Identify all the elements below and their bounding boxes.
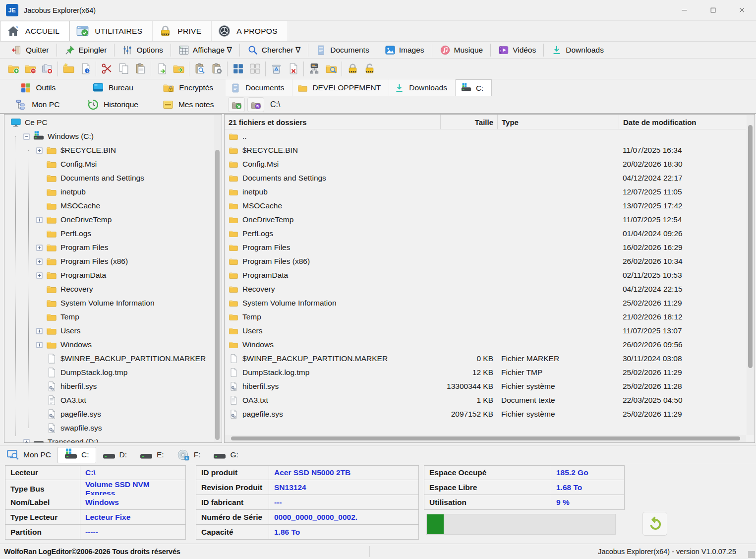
- file-row-program-files-x86[interactable]: Program Files (x86)26/02/2026 10:34: [225, 254, 746, 268]
- folder-plus-button[interactable]: [5, 61, 22, 77]
- file-row-temp[interactable]: Temp21/02/2026 18:12: [225, 310, 746, 324]
- file-row-winre-backup-partition-marker[interactable]: $WINRE_BACKUP_PARTITION.MARKER0 KBFichie…: [225, 352, 746, 366]
- view-tab-c[interactable]: C:: [456, 79, 492, 96]
- documents-button[interactable]: Documents: [309, 43, 375, 58]
- tree-item-users[interactable]: Users: [4, 324, 214, 338]
- ribbon-tab-prive[interactable]: PRIVE: [153, 21, 212, 41]
- refresh-button[interactable]: [642, 512, 667, 536]
- tree-item-windows[interactable]: Windows: [4, 338, 214, 352]
- tree-expander-plus[interactable]: [36, 147, 43, 154]
- clipboard-search-button[interactable]: [191, 61, 208, 77]
- drive-button-d[interactable]: D:: [96, 447, 134, 463]
- tree-item-inetpub[interactable]: inetpub: [4, 185, 214, 199]
- file-row-windows[interactable]: Windows26/02/2026 09:56: [225, 338, 746, 352]
- grid-blue-button[interactable]: [230, 61, 246, 77]
- ribbon-tab-utilitaires[interactable]: UTILITAIRES: [70, 21, 153, 41]
- tree-expander-plus[interactable]: [36, 245, 43, 251]
- encrypt-s-button[interactable]: Encryptés: [150, 79, 226, 96]
- file-row-documents-and-settings[interactable]: Documents and Settings04/12/2024 22:17: [225, 171, 746, 185]
- mes-notes-button[interactable]: Mes notes: [150, 96, 226, 113]
- file-row-pagefile-sys[interactable]: pagefile.sys2097152 KBFichier système25/…: [225, 407, 746, 421]
- file-row-perflogs[interactable]: PerfLogs01/04/2024 09:26: [225, 227, 746, 241]
- list-vertical-thumb[interactable]: [748, 125, 753, 368]
- options-button[interactable]: Options: [116, 43, 169, 58]
- column-header-size[interactable]: Taille: [440, 115, 497, 129]
- tree-item-program-files[interactable]: Program Files: [4, 241, 214, 254]
- lock-open-button[interactable]: [361, 61, 378, 77]
- list-horizontal-thumb[interactable]: [231, 436, 740, 440]
- tree-expander-plus[interactable]: [36, 328, 43, 334]
- file-row-system-volume-information[interactable]: System Volume Information25/02/2026 11:2…: [225, 296, 746, 310]
- tree-item-pagefile-sys[interactable]: pagefile.sys: [4, 407, 214, 421]
- paste-button[interactable]: [132, 61, 149, 77]
- tree-item-programdata[interactable]: ProgramData: [4, 268, 214, 282]
- tree-item-documents-and-settings[interactable]: Documents and Settings: [4, 171, 214, 185]
- tree-scrollbar-thumb[interactable]: [215, 150, 220, 440]
- address-field[interactable]: C:\: [270, 97, 756, 112]
- tree-item-hiberfil-sys[interactable]: hiberfil.sys: [4, 379, 214, 393]
- drive-button-c[interactable]: C:: [58, 447, 96, 463]
- tree-item-transcend-d[interactable]: Transcend (D:): [4, 435, 214, 443]
- quitter-button[interactable]: Quitter: [5, 43, 56, 58]
- tree-item-perflogs[interactable]: PerfLogs: [4, 227, 214, 241]
- column-header-date[interactable]: Date de modification: [619, 115, 746, 129]
- tree-item-windows-c[interactable]: Windows (C:): [4, 129, 214, 143]
- file-row-config-msi[interactable]: Config.Msi20/02/2026 18:30: [225, 157, 746, 171]
- lock-closed-button[interactable]: [344, 61, 361, 77]
- file-row-oa3-txt[interactable]: OA3.txt1 KBDocument texte22/03/2025 04:5…: [225, 393, 746, 407]
- tree-expander-minus[interactable]: [23, 133, 30, 140]
- server-tree-button[interactable]: [306, 61, 323, 77]
- file-arrow-button[interactable]: [153, 61, 170, 77]
- list-horizontal-scrollbar[interactable]: [225, 435, 746, 442]
- file-x-button[interactable]: [285, 61, 301, 77]
- file-row-program-files[interactable]: Program Files16/02/2026 16:29: [225, 241, 746, 254]
- folder-search-button[interactable]: [323, 61, 340, 77]
- musique-button[interactable]: Musique: [433, 43, 490, 58]
- grid-gray-button[interactable]: [246, 61, 263, 77]
- tree-item-temp[interactable]: Temp: [4, 310, 214, 324]
- file-row-programdata[interactable]: ProgramData02/11/2025 10:53: [225, 268, 746, 282]
- list-vertical-scrollbar[interactable]: [747, 115, 754, 435]
- outils-button[interactable]: Outils: [0, 79, 75, 96]
- view-tab-developpement[interactable]: DEVELOPPEMENT: [292, 79, 389, 96]
- tree-item-msocache[interactable]: MSOCache: [4, 199, 214, 213]
- file-info-button[interactable]: [77, 61, 94, 77]
- drive-button-f[interactable]: F:: [171, 447, 207, 463]
- file-row-recovery[interactable]: Recovery04/12/2024 22:15: [225, 282, 746, 296]
- copy-button[interactable]: [115, 61, 132, 77]
- epingler-button[interactable]: Epingler: [58, 43, 114, 58]
- tree-item-config-msi[interactable]: Config.Msi: [4, 157, 214, 171]
- tree-item-system-volume-information[interactable]: System Volume Information: [4, 296, 214, 310]
- historique-button[interactable]: Historique: [75, 96, 151, 113]
- tree-expander-plus[interactable]: [36, 258, 43, 265]
- downloads-button[interactable]: Downloads: [545, 43, 610, 58]
- clipboard-x-button[interactable]: [208, 61, 225, 77]
- tree-item-oa3-txt[interactable]: OA3.txt: [4, 393, 214, 407]
- drive-button-g[interactable]: G:: [207, 447, 244, 463]
- tree-item-program-files-x86[interactable]: Program Files (x86): [4, 254, 214, 268]
- chercher-button[interactable]: Chercher ∇: [241, 43, 307, 58]
- folders-x-button[interactable]: [39, 61, 56, 77]
- view-tab-documents[interactable]: Documents: [226, 79, 292, 96]
- folder-enter-button[interactable]: [228, 97, 245, 112]
- tree-scrollbar[interactable]: [214, 115, 221, 442]
- close-button[interactable]: [727, 0, 756, 20]
- tree-item-dumpstack-log-tmp[interactable]: DumpStack.log.tmp: [4, 366, 214, 379]
- minimize-button[interactable]: [670, 0, 698, 20]
- ribbon-tab-accueil[interactable]: ACCUEIL: [0, 21, 70, 41]
- view-tab-downloads[interactable]: Downloads: [389, 79, 456, 96]
- tree-item-onedrivetemp[interactable]: OneDriveTemp: [4, 213, 214, 227]
- folder-minus-button[interactable]: [22, 61, 39, 77]
- file-row-inetpub[interactable]: inetpub12/07/2025 11:05: [225, 185, 746, 199]
- ribbon-tab-a-propos[interactable]: A PROPOS: [212, 21, 288, 41]
- file-row-recycle-bin[interactable]: $RECYCLE.BIN11/07/2025 16:34: [225, 143, 746, 157]
- tree-expander-plus[interactable]: [23, 439, 30, 443]
- bureau-button[interactable]: Bureau: [75, 79, 151, 96]
- file-row-dumpstack-log-tmp[interactable]: DumpStack.log.tmp12 KBFichier TMP25/02/2…: [225, 366, 746, 379]
- mon-pc-button[interactable]: Mon PC: [0, 96, 75, 113]
- resize-grip[interactable]: [748, 551, 755, 558]
- tree-item-ce-pc[interactable]: Ce PC: [4, 116, 214, 129]
- file-row-item[interactable]: ..: [225, 129, 746, 143]
- file-row-hiberfil-sys[interactable]: hiberfil.sys13300344 KBFichier système25…: [225, 379, 746, 393]
- tree-item-winre-backup-partition-marker[interactable]: $WINRE_BACKUP_PARTITION.MARKER: [4, 352, 214, 366]
